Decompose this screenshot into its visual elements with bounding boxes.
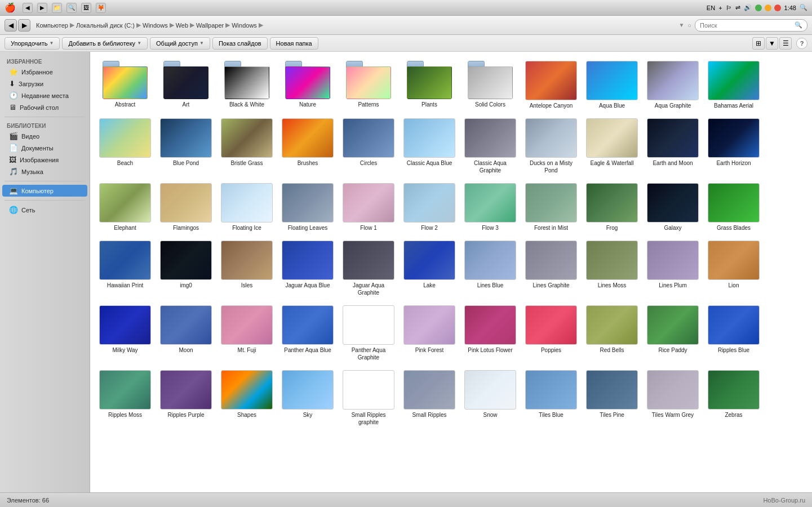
item-cell-antelope-canyon[interactable]: Antelope Canyon	[523, 59, 579, 112]
forward-button[interactable]: ▶	[37, 3, 47, 13]
item-cell-solid-colors[interactable]: Solid Colors	[462, 59, 518, 112]
close-button[interactable]	[774, 5, 781, 11]
item-cell-galaxy[interactable]: Galaxy	[645, 181, 701, 234]
item-cell-pink-forest[interactable]: Pink Forest	[401, 303, 458, 363]
item-cell-ripples-moss[interactable]: Ripples Moss	[97, 368, 153, 428]
breadcrumb-item-4[interactable]: Web	[176, 22, 188, 29]
item-cell-panther-aqua-graphite[interactable]: Panther Aqua Graphite	[340, 303, 397, 363]
item-cell-aqua-blue[interactable]: Aqua Blue	[584, 59, 640, 112]
item-cell-elephant[interactable]: Elephant	[97, 181, 153, 234]
share-button[interactable]: Общий доступ ▼	[150, 37, 210, 50]
item-cell-lines-plum[interactable]: Lines Plum	[645, 238, 701, 299]
folder-icon-tb[interactable]: 📁	[52, 3, 62, 13]
item-cell-sky[interactable]: Sky	[279, 368, 336, 428]
item-cell-brushes[interactable]: Brushes	[279, 116, 336, 176]
item-cell-red-bells[interactable]: Red Bells	[584, 303, 640, 363]
item-cell-tiles-pine[interactable]: Tiles Pine	[584, 368, 640, 428]
item-cell-beach[interactable]: Beach	[97, 116, 153, 176]
sidebar-item-computer[interactable]: 💻 Компьютер	[2, 185, 87, 197]
item-cell-lines-blue[interactable]: Lines Blue	[462, 238, 518, 299]
item-cell-ripples-purple[interactable]: Ripples Purple	[158, 368, 214, 428]
breadcrumb-item-3[interactable]: Windows	[143, 22, 168, 29]
item-cell-zebras[interactable]: Zebras	[705, 368, 762, 428]
sidebar-item-video[interactable]: 🎬 Видео	[2, 130, 87, 142]
item-cell-milky-way[interactable]: Milky Way	[97, 303, 153, 363]
plus-icon[interactable]: +	[718, 5, 722, 11]
sidebar-item-docs[interactable]: 📄 Документы	[2, 142, 87, 154]
item-cell-abstract[interactable]: Abstract	[97, 59, 153, 112]
item-cell-flamingos[interactable]: Flamingos	[158, 181, 214, 234]
item-cell-mt.-fuji[interactable]: Mt. Fuji	[219, 303, 275, 363]
breadcrumb-item-5[interactable]: Wallpaper	[196, 22, 224, 29]
item-cell-grass-blades[interactable]: Grass Blades	[705, 181, 762, 234]
item-cell-forest-in-mist[interactable]: Forest in Mist	[523, 181, 579, 234]
item-cell-tiles-blue[interactable]: Tiles Blue	[523, 368, 579, 428]
item-cell-lines-moss[interactable]: Lines Moss	[584, 238, 640, 299]
item-cell-ripples-blue[interactable]: Ripples Blue	[705, 303, 762, 363]
item-cell-black-&-white[interactable]: Black & White	[219, 59, 275, 112]
item-cell-jaguar-aqua-graphite[interactable]: Jaguar Aqua Graphite	[340, 238, 397, 299]
maximize-button[interactable]	[755, 5, 762, 11]
item-cell-isles[interactable]: Isles	[219, 238, 275, 299]
item-cell-flow-3[interactable]: Flow 3	[462, 181, 518, 234]
sidebar-item-music[interactable]: 🎵 Музыка	[2, 166, 87, 177]
item-cell-moon[interactable]: Moon	[158, 303, 214, 363]
item-cell-lines-graphite[interactable]: Lines Graphite	[523, 238, 579, 299]
search-field[interactable]: 🔍	[695, 19, 807, 32]
breadcrumb-item-2[interactable]: Локальный диск (C:)	[76, 22, 135, 29]
item-cell-snow[interactable]: Snow	[462, 368, 518, 428]
item-cell-classic-aqua-blue[interactable]: Classic Aqua Blue	[401, 116, 458, 176]
forward-nav-button[interactable]: ▶	[18, 19, 30, 32]
item-cell-floating-leaves[interactable]: Floating Leaves	[279, 181, 336, 234]
sidebar-item-downloads[interactable]: ⬇ Загрузки	[2, 78, 87, 90]
sidebar-item-desktop[interactable]: 🖥 Рабочий стол	[2, 101, 87, 113]
back-nav-button[interactable]: ◀	[5, 19, 17, 32]
breadcrumb-item-6[interactable]: Windows	[232, 22, 257, 29]
details-view[interactable]: ☰	[779, 37, 792, 50]
newfolder-button[interactable]: Новая папка	[270, 37, 318, 50]
item-cell-aqua-graphite[interactable]: Aqua Graphite	[645, 59, 701, 112]
item-cell-nature[interactable]: Nature	[279, 59, 336, 112]
item-cell-earth-horizon[interactable]: Earth Horizon	[705, 116, 762, 176]
sidebar-item-favorites[interactable]: ⭐ Избранное	[2, 66, 87, 78]
item-cell-small-ripples-graphite[interactable]: Small Ripples graphite	[340, 368, 397, 428]
item-cell-pink-lotus-flower[interactable]: Pink Lotus Flower	[462, 303, 518, 363]
item-cell-poppies[interactable]: Poppies	[523, 303, 579, 363]
item-cell-tiles-warm-grey[interactable]: Tiles Warm Grey	[645, 368, 701, 428]
item-cell-art[interactable]: Art	[158, 59, 214, 112]
item-cell-bahamas-aerial[interactable]: Bahamas Aerial	[705, 59, 762, 112]
back-button[interactable]: ◀	[23, 3, 33, 13]
sidebar-item-images[interactable]: 🖼 Изображения	[2, 154, 87, 166]
sort-button[interactable]: Упорядочить ▼	[5, 37, 60, 50]
item-cell-patterns[interactable]: Patterns	[340, 59, 397, 112]
item-cell-ducks-on-a-misty-pond[interactable]: Ducks on a Misty Pond	[523, 116, 579, 176]
item-cell-small-ripples[interactable]: Small Ripples	[401, 368, 458, 428]
minimize-button[interactable]	[765, 5, 771, 11]
item-cell-rice-paddy[interactable]: Rice Paddy	[645, 303, 701, 363]
item-cell-bristle-grass[interactable]: Bristle Grass	[219, 116, 275, 176]
item-cell-floating-ice[interactable]: Floating Ice	[219, 181, 275, 234]
refresh-icon[interactable]: ○	[687, 22, 691, 29]
search-input[interactable]	[700, 22, 795, 29]
item-cell-img0[interactable]: img0	[158, 238, 214, 299]
apple-menu-icon[interactable]: 🍎	[5, 2, 16, 13]
large-icons-view[interactable]: ⊞	[752, 37, 765, 50]
sidebar-item-network[interactable]: 🌐 Сеть	[2, 204, 87, 216]
item-cell-lake[interactable]: Lake	[401, 238, 458, 299]
item-cell-plants[interactable]: Plants	[401, 59, 458, 112]
item-cell-earth-and-moon[interactable]: Earth and Moon	[645, 116, 701, 176]
item-cell-eagle-&-waterfall[interactable]: Eagle & Waterfall	[584, 116, 640, 176]
item-cell-jaguar-aqua-blue[interactable]: Jaguar Aqua Blue	[279, 238, 336, 299]
item-cell-frog[interactable]: Frog	[584, 181, 640, 234]
slideshow-button[interactable]: Показ слайдов	[212, 37, 268, 50]
item-cell-lion[interactable]: Lion	[705, 238, 762, 299]
browser-icon-tb[interactable]: 🦊	[96, 3, 106, 13]
item-cell-panther-aqua-blue[interactable]: Panther Aqua Blue	[279, 303, 336, 363]
item-cell-hawaiian-print[interactable]: Hawaiian Print	[97, 238, 153, 299]
help-button[interactable]: ?	[796, 38, 807, 49]
library-button[interactable]: Добавить в библиотеку ▼	[62, 37, 148, 50]
sidebar-item-recent[interactable]: 🕐 Недавние места	[2, 90, 87, 101]
item-cell-blue-pond[interactable]: Blue Pond	[158, 116, 214, 176]
search-icon-tb[interactable]: 🔍	[66, 3, 77, 13]
item-cell-flow-1[interactable]: Flow 1	[340, 181, 397, 234]
